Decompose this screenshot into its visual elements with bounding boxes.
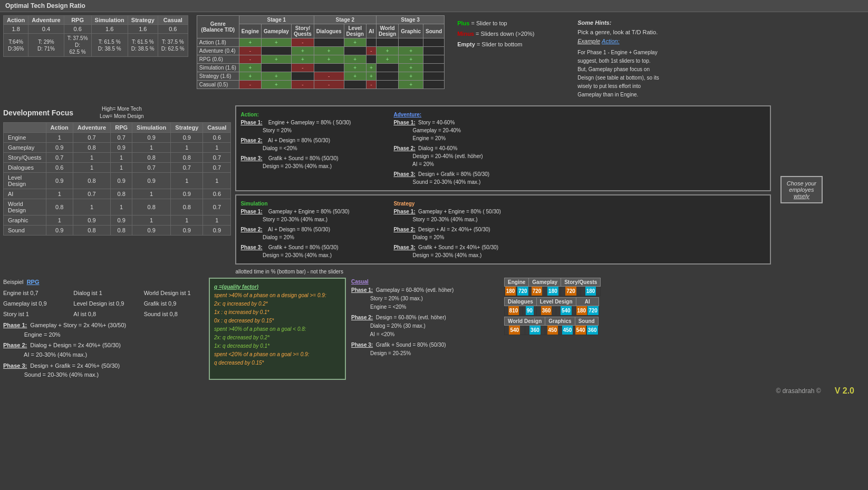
action-phase3-label: Phase 3: [240, 155, 262, 161]
gameplay-cyan: 180 [547, 287, 558, 296]
genre-row-adventure: Adventure (0.4) - + + - + + [197, 47, 444, 55]
dev-row-gameplay: Gameplay0.90.80.9111 [4, 142, 231, 152]
bsp-phase1-label: Phase 1: [3, 322, 27, 328]
genre-row-action: Action (1.8) + + - + [197, 38, 444, 47]
beispiel-section: Beispiel RPG Engine ist 0,7 Dialog ist 1… [3, 278, 204, 380]
dev-row-story: Story/Quests0.7110.80.80.7 [4, 152, 231, 162]
bar-story-header: Story/Quests [561, 278, 601, 286]
adv-phase1-label: Phase 1: [393, 120, 415, 125]
app-title: Optimal Tech Design Ratio [5, 2, 85, 9]
adv-phase3-label: Phase 3: [393, 171, 415, 177]
quality-box: q =(quality factor) spent >40% of a phas… [209, 278, 346, 380]
strat-phase3-label: Phase 3: [393, 244, 415, 250]
ratio-val-strategy: 1.6 [128, 25, 158, 34]
bar-leveldesign-header: Level Design [536, 297, 576, 306]
chose-wisely: wisely [794, 193, 809, 199]
dev-col-rpg: RPG [111, 122, 132, 132]
sub-sound: Sound [423, 24, 445, 38]
strat-phase1-label: Phase 1: [393, 209, 415, 214]
legend-minus: Minus [457, 31, 474, 37]
strategy-title: Strategy [393, 200, 525, 208]
dev-row-engine: Engine10.70.70.90.90.6 [4, 132, 231, 142]
ratio-pct-rpg: T: 37.5%D:62.5 % [64, 34, 91, 57]
stat-gameplay: Gameplay ist 0,9 [3, 299, 63, 309]
sub-story: Story/Quests [291, 24, 314, 38]
casual-phase3-label: Phase 3: [351, 342, 373, 348]
ratio-pct-simulation: T: 61.5 %D: 38.5 % [91, 34, 128, 57]
stat-leveldesign: Level Design ist 0,9 [73, 299, 133, 309]
sound-cyan: 360 [587, 326, 598, 335]
engine-orange: 180 [505, 287, 516, 296]
ratio-val-rpg: 0.6 [64, 25, 91, 34]
ratio-header-casual: Casual [158, 16, 188, 25]
bar-engine-header: Engine [505, 278, 529, 286]
beispiel-label: Beispiel [3, 279, 24, 285]
stat-grafik: Grafik ist 0,9 [144, 299, 204, 309]
stage1-header: Stage 1 [239, 16, 314, 24]
engine-cyan: 720 [517, 287, 528, 296]
sub-gameplay: Gameplay [262, 24, 292, 38]
action-label: Action: [602, 38, 620, 44]
casual-phase2-label: Phase 2: [351, 315, 373, 320]
dev-col-empty [4, 122, 46, 132]
sub-dialogues: Dialogues [314, 24, 344, 38]
casual-phase1-label: Phase 1: [351, 287, 373, 293]
dev-row-world: WorldDesign0.8110.80.80.7 [4, 199, 231, 215]
q-line7: 1x: q decreased by 0.1* [214, 342, 341, 350]
hint-high: High= More Tech [102, 106, 142, 112]
genre-row-simulation: Simulation (1.6) + - + + + [197, 64, 444, 72]
bar-chart: Engine Gameplay Story/Quests 180 720 720… [504, 278, 601, 296]
genre-header: Genre(Balance T/D) [197, 16, 239, 38]
hints-title: Some Hints: [577, 18, 659, 28]
adventure-title: Adventure: [393, 111, 525, 119]
q-line5: spent >40% of a phase on a goal < 0.8: [214, 325, 341, 334]
casual-section: Casual Phase 1: Gameplay = 60-80% (evtl.… [351, 278, 494, 380]
bar-chart-2: Dialogues Level Design AI 810 90 360 540… [504, 297, 599, 316]
genre-row-strategy: Strategy (1.6) + + - + + + [197, 72, 444, 81]
ratio-pct-casual: T: 37.5 %D: 62.5 % [158, 34, 188, 57]
hint-low: Low= More Design [100, 113, 144, 119]
adv-phase2-label: Phase 2: [393, 145, 415, 151]
ratio-pct-adventure: T: 29%D: 71% [28, 34, 64, 57]
bar-chart-section: Engine Gameplay Story/Quests 180 720 720… [504, 278, 601, 380]
dev-col-strategy: Strategy [171, 122, 203, 132]
ratio-header-action: Action [4, 16, 28, 25]
leveldesign-cyan: 540 [561, 306, 572, 315]
bar-gameplay-header: Gameplay [529, 278, 561, 286]
ratio-table: Action Adventure RPG Simulation Strategy… [3, 15, 188, 57]
dev-col-simulation: Simulation [132, 122, 171, 132]
ratio-val-adventure: 0.4 [28, 25, 64, 34]
ratio-val-action: 1.8 [4, 25, 28, 34]
legend-plus: Plus [457, 20, 469, 26]
bar-row-1: 180 720 720 180 720 180 [505, 286, 601, 296]
story-orange: 720 [565, 287, 576, 296]
sim-title: Simulation [240, 200, 383, 208]
action-phase2-label: Phase 2: [240, 138, 262, 143]
info-panel-action-adventure: Action: Phase 1: Engine + Gameplay = 80%… [235, 105, 770, 191]
stat-sound: Sound ist 0,8 [144, 310, 204, 319]
q-line3: 1x : q increased by 0.1* [214, 308, 341, 317]
dialogues-orange: 810 [508, 306, 519, 315]
example-label: Example [577, 38, 600, 44]
graphics-cyan: 450 [562, 326, 573, 335]
stat-engine: Engine ist 0,7 [3, 289, 63, 298]
allotted-note: allotted time in % (bottom bar) - not th… [235, 269, 770, 275]
hints-line1: Pick a genre, look at T/D Ratio. [577, 28, 659, 37]
q-line6: 2x: q decreased by 0.2* [214, 334, 341, 342]
stat-story: Story ist 1 [3, 310, 63, 319]
sim-phase3-label: Phase 3: [240, 244, 262, 250]
sub-level: LevelDesign [344, 24, 366, 38]
sub-engine: Engine [239, 24, 261, 38]
ai-cyan: 720 [587, 306, 599, 315]
stat-ai: AI ist 0,8 [73, 310, 133, 319]
ratio-val-simulation: 1.6 [91, 25, 128, 34]
ratio-header-rpg: RPG [64, 16, 91, 25]
bsp-phase3-label: Phase 3: [3, 362, 27, 369]
dev-col-casual: Casual [203, 122, 231, 132]
info-panel-sim-strategy: Simulation Phase 1: Gameplay + Engine = … [235, 194, 770, 264]
leveldesign-orange: 360 [541, 306, 552, 315]
q-line1: spent >40% of a phase on a design goal >… [214, 291, 341, 300]
q-line8: spent <20% of a phase on a goal >= 0.9: [214, 350, 341, 359]
genre-table: Genre(Balance T/D) Stage 1 Stage 2 Stage… [197, 15, 445, 89]
legend-empty-text: = Slider to bottom [477, 41, 523, 47]
